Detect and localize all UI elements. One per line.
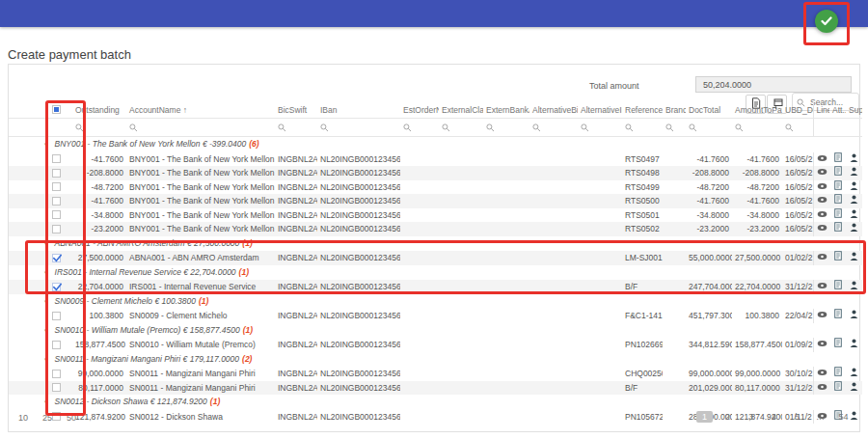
attachment-icon[interactable] xyxy=(834,340,842,349)
group-row[interactable]: ▾SN0012 - Dickson Shawa € 121,874.9200(1… xyxy=(9,395,862,410)
filter-cell-extbank[interactable] xyxy=(483,119,529,137)
table-row[interactable]: 158,877.4500SN0010 - William Mutale (Pre… xyxy=(9,338,862,352)
view-lines-icon[interactable] xyxy=(817,168,827,178)
supplier-icon[interactable] xyxy=(850,182,858,192)
checkbox-cell[interactable] xyxy=(40,251,72,265)
collapse-group-icon[interactable]: ▾ xyxy=(44,327,48,334)
checkbox-cell[interactable] xyxy=(40,194,72,208)
row-action-cell[interactable] xyxy=(846,194,862,208)
table-row[interactable]: -34.8000BNY001 - The Bank of New York Me… xyxy=(9,208,862,223)
row-action-cell[interactable] xyxy=(846,152,862,167)
checkbox-cell[interactable] xyxy=(40,280,72,294)
row-action-cell[interactable] xyxy=(846,222,862,236)
column-header-att[interactable]: Att... xyxy=(829,101,846,119)
row-action-cell[interactable] xyxy=(829,251,846,265)
filter-cell-iban[interactable] xyxy=(317,119,400,137)
collapse-group-icon[interactable]: ▾ xyxy=(44,298,48,305)
row-action-cell[interactable] xyxy=(829,381,846,396)
row-action-cell[interactable] xyxy=(846,367,862,381)
row-action-cell[interactable] xyxy=(829,208,846,223)
page-button-54[interactable]: 54 xyxy=(835,411,852,423)
page-button-5[interactable]: 5 xyxy=(789,411,805,423)
table-row[interactable]: -41.7600BNY001 - The Bank of New York Me… xyxy=(9,152,862,167)
column-header-outstanding[interactable]: Outstanding xyxy=(72,101,126,119)
row-checkbox[interactable] xyxy=(52,154,61,163)
attachment-icon[interactable] xyxy=(834,253,842,262)
column-header-due[interactable]: UBD_Due xyxy=(782,101,813,119)
table-row[interactable]: -41.7600BNY001 - The Bank of New York Me… xyxy=(9,194,862,208)
column-header-doctotal[interactable]: DocTotal xyxy=(686,101,732,119)
page-button-1[interactable]: 1 xyxy=(696,411,713,423)
table-row[interactable]: 99,000.0000SN0011 - Mangizani Mangani Ph… xyxy=(9,367,862,381)
page-size-option-25[interactable]: 25 xyxy=(42,413,52,423)
table-row[interactable]: 22,704.0000IRS001 - Internal Revenue Ser… xyxy=(9,280,862,294)
supplier-icon[interactable] xyxy=(850,369,858,378)
checkbox-cell[interactable] xyxy=(40,222,72,236)
collapse-group-icon[interactable]: ▾ xyxy=(44,240,48,247)
group-row[interactable]: ▾SN0010 - William Mutale (Premco) € 158,… xyxy=(9,323,862,339)
view-lines-icon[interactable] xyxy=(817,383,827,393)
checkbox-cell[interactable] xyxy=(40,309,72,323)
row-action-cell[interactable] xyxy=(813,152,829,167)
column-header-altiban[interactable]: AlternativeIBAN xyxy=(578,101,622,119)
attachment-icon[interactable] xyxy=(834,282,842,291)
group-row[interactable]: ▾SN0009 - Clement Michelo € 100.3800(1) xyxy=(9,294,862,310)
row-checkbox[interactable] xyxy=(52,383,61,392)
collapse-group-icon[interactable]: ▾ xyxy=(44,269,48,276)
row-action-cell[interactable] xyxy=(829,280,846,294)
row-checkbox[interactable] xyxy=(52,283,61,291)
row-checkbox[interactable] xyxy=(52,169,61,178)
page-button-3[interactable]: 3 xyxy=(743,411,759,423)
filter-cell-extclaim[interactable] xyxy=(439,119,483,137)
view-lines-icon[interactable] xyxy=(817,182,827,192)
row-checkbox[interactable] xyxy=(52,312,61,320)
filter-cell-bic[interactable] xyxy=(275,119,317,137)
supplier-icon[interactable] xyxy=(850,253,858,262)
row-action-cell[interactable] xyxy=(829,180,846,195)
attachment-icon[interactable] xyxy=(834,311,842,320)
supplier-icon[interactable] xyxy=(850,154,858,164)
row-action-cell[interactable] xyxy=(829,309,846,323)
row-checkbox[interactable] xyxy=(52,225,61,233)
checkbox-cell[interactable] xyxy=(40,180,72,195)
row-action-cell[interactable] xyxy=(829,194,846,208)
filter-cell-doctotal[interactable] xyxy=(686,119,732,137)
row-action-cell[interactable] xyxy=(813,180,829,195)
filter-cell-branch[interactable] xyxy=(663,119,686,137)
attachment-icon[interactable] xyxy=(834,182,842,192)
supplier-icon[interactable] xyxy=(850,168,858,178)
page-size-option-50[interactable]: 50 xyxy=(67,413,76,423)
column-header-account[interactable]: AccountName ↑ xyxy=(126,101,275,119)
supplier-icon[interactable] xyxy=(850,383,858,393)
view-lines-icon[interactable] xyxy=(817,154,827,164)
filter-cell-account[interactable] xyxy=(126,119,275,137)
collapse-group-icon[interactable]: ▾ xyxy=(44,398,48,405)
attachment-icon[interactable] xyxy=(834,224,842,233)
column-header-bic[interactable]: BicSwift xyxy=(275,101,317,119)
group-row[interactable]: ▾IRS001 - Internal Revenue Service € 22,… xyxy=(9,265,862,281)
filter-cell-altbic[interactable] xyxy=(529,119,578,137)
checkbox-cell[interactable] xyxy=(40,152,72,167)
row-action-cell[interactable] xyxy=(846,166,862,180)
row-action-cell[interactable] xyxy=(813,309,829,323)
row-action-cell[interactable] xyxy=(846,381,862,396)
group-row[interactable]: ▾ABNA001 - ABN AMRO Amsterdam € 27,500.0… xyxy=(9,236,862,252)
attachment-icon[interactable] xyxy=(834,383,842,393)
row-action-cell[interactable] xyxy=(813,208,829,223)
row-checkbox[interactable] xyxy=(52,254,61,262)
view-lines-icon[interactable] xyxy=(817,210,827,220)
total-amount-field[interactable] xyxy=(695,76,852,93)
filter-cell-amount[interactable] xyxy=(732,119,782,137)
row-action-cell[interactable] xyxy=(829,222,846,236)
view-lines-icon[interactable] xyxy=(817,196,827,206)
column-header-check[interactable] xyxy=(40,101,72,119)
checkbox-cell[interactable] xyxy=(40,208,72,223)
page-size-option-10[interactable]: 10 xyxy=(18,413,28,423)
row-action-cell[interactable] xyxy=(813,251,829,265)
row-action-cell[interactable] xyxy=(813,166,829,180)
row-action-cell[interactable] xyxy=(846,338,862,352)
page-button-4[interactable]: 4 xyxy=(766,411,782,423)
column-header-amount[interactable]: AmountToPay xyxy=(732,101,782,119)
column-header-sup[interactable]: Sup... xyxy=(846,101,862,119)
checkbox-cell[interactable] xyxy=(40,367,72,381)
